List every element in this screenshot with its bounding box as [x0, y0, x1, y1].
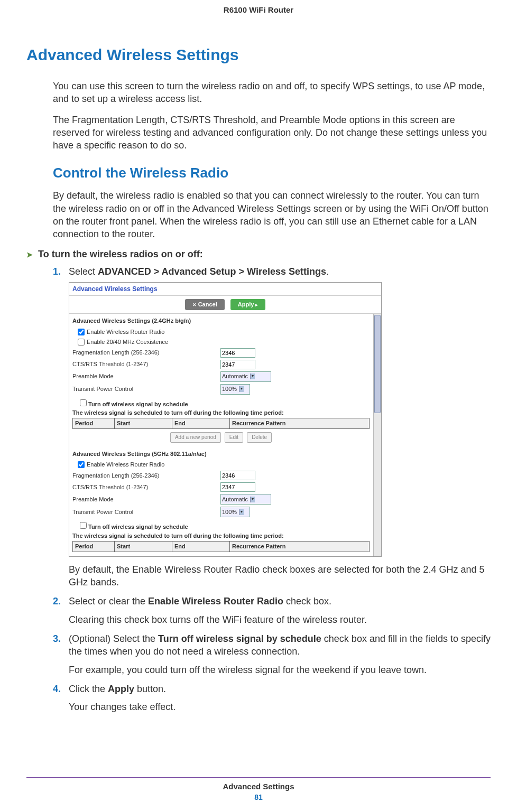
screenshot-advanced-wireless: Advanced Wireless Settings Cancel Apply …: [69, 282, 382, 557]
procedure-title: To turn the wireless radios on or off:: [38, 249, 203, 260]
page-title: Advanced Wireless Settings: [26, 46, 491, 64]
step-3-text-pre: (Optional) Select the: [69, 633, 158, 644]
enable-coex-label: Enable 20/40 MHz Coexistence: [87, 338, 168, 346]
step-4-text-bold: Apply: [108, 684, 134, 694]
th-end: End: [172, 418, 230, 429]
cts-5-input[interactable]: [220, 482, 255, 492]
step-2: 2. Select or clear the Enable Wireless R…: [53, 595, 491, 626]
schedule-5-note: The wireless signal is scheduled to turn…: [72, 532, 370, 540]
th-end: End: [172, 541, 230, 552]
preamble-24-select[interactable]: Automatic▾: [220, 371, 271, 382]
th-recurrence: Recurrence Pattern: [230, 541, 370, 552]
th-period: Period: [73, 541, 115, 552]
edit-button[interactable]: Edit: [225, 432, 243, 443]
delete-button[interactable]: Delete: [247, 432, 272, 443]
step-number: 3.: [53, 632, 61, 645]
th-period: Period: [73, 418, 115, 429]
procedure-heading: ➤ To turn the wireless radios on or off:: [26, 249, 491, 260]
schedule-24-label: Turn off wireless signal by schedule: [88, 401, 188, 407]
enable-radio-24-label: Enable Wireless Router Radio: [87, 328, 164, 336]
footer-page-number: 81: [26, 793, 491, 801]
cts-24-input[interactable]: [220, 360, 255, 369]
step-1-note: By default, the Enable Wireless Router R…: [69, 563, 491, 589]
ss-section-24ghz: Advanced Wireless Settings (2.4GHz b/g/n…: [72, 314, 370, 327]
frag-5-label: Fragmentation Length (256-2346): [72, 472, 220, 480]
th-start: Start: [115, 418, 172, 429]
cts-5-label: CTS/RTS Threshold (1-2347): [72, 483, 220, 491]
preamble-5-label: Preamble Mode: [72, 496, 220, 503]
preamble-5-select[interactable]: Automatic▾: [220, 494, 271, 505]
ss-window-title: Advanced Wireless Settings: [69, 283, 381, 296]
schedule-24-note: The wireless signal is scheduled to turn…: [72, 409, 370, 417]
step-number: 1.: [53, 265, 61, 278]
th-start: Start: [115, 541, 172, 552]
txpower-5-select[interactable]: 100%▾: [220, 507, 250, 517]
step-1-text-post: .: [326, 266, 329, 277]
schedule-24-checkbox[interactable]: [80, 399, 87, 406]
frag-24-input[interactable]: [220, 348, 255, 358]
preamble-24-label: Preamble Mode: [72, 372, 220, 380]
schedule-5-checkbox[interactable]: [80, 522, 87, 529]
step-1: 1. Select ADVANCED > Advanced Setup > Wi…: [53, 265, 491, 589]
arrow-icon: ➤: [26, 250, 33, 259]
enable-radio-5-label: Enable Wireless Router Radio: [87, 461, 164, 469]
scrollbar[interactable]: [373, 314, 381, 556]
step-1-text-pre: Select: [69, 266, 98, 277]
intro-paragraph-2: The Fragmentation Length, CTS/RTS Thresh…: [53, 114, 491, 152]
th-recurrence: Recurrence Pattern: [230, 418, 370, 429]
step-3-text-bold: Turn off wireless signal by schedule: [158, 633, 321, 644]
enable-coex-checkbox[interactable]: [78, 339, 85, 346]
chevron-down-icon: ▾: [250, 497, 255, 502]
step-1-text-bold: ADVANCED > Advanced Setup > Wireless Set…: [98, 266, 326, 277]
page-footer: Advanced Settings 81: [26, 777, 491, 801]
step-3: 3. (Optional) Select the Turn off wirele…: [53, 632, 491, 676]
step-4-text-post: button.: [134, 684, 166, 694]
add-period-button[interactable]: Add a new period: [170, 432, 221, 443]
step-4-note: Your changes take effect.: [69, 701, 491, 713]
radio-intro: By default, the wireless radio is enable…: [53, 189, 491, 240]
footer-section-name: Advanced Settings: [26, 782, 491, 791]
schedule-24-table: Period Start End Recurrence Pattern: [72, 418, 370, 429]
chevron-down-icon: ▾: [250, 374, 255, 379]
txpower-5-label: Transmit Power Control: [72, 508, 220, 516]
enable-radio-24-checkbox[interactable]: [78, 329, 85, 335]
step-number: 2.: [53, 595, 61, 608]
section-heading: Control the Wireless Radio: [53, 165, 491, 181]
intro-paragraph-1: You can use this screen to turn the wire…: [53, 80, 491, 106]
step-number: 4.: [53, 683, 61, 695]
txpower-24-label: Transmit Power Control: [72, 385, 220, 393]
chevron-down-icon: ▾: [239, 509, 244, 515]
step-4: 4. Click the Apply button. Your changes …: [53, 683, 491, 714]
cancel-button[interactable]: Cancel: [185, 299, 225, 310]
frag-5-input[interactable]: [220, 471, 255, 480]
schedule-5-table: Period Start End Recurrence Pattern: [72, 541, 370, 552]
step-2-text-bold: Enable Wireless Router Radio: [148, 596, 283, 606]
frag-24-label: Fragmentation Length (256-2346): [72, 349, 220, 357]
schedule-5-label: Turn off wireless signal by schedule: [88, 524, 188, 530]
apply-button[interactable]: Apply: [230, 299, 265, 310]
step-3-note: For example, you could turn off the wire…: [69, 664, 491, 676]
ss-section-5ghz: Advanced Wireless Settings (5GHz 802.11a…: [72, 447, 370, 460]
chevron-down-icon: ▾: [239, 386, 244, 392]
step-2-text-post: check box.: [283, 596, 331, 606]
txpower-24-select[interactable]: 100%▾: [220, 384, 250, 395]
cts-24-label: CTS/RTS Threshold (1-2347): [72, 360, 220, 368]
step-2-note: Clearing this check box turns off the Wi…: [69, 613, 491, 626]
enable-radio-5-checkbox[interactable]: [78, 461, 85, 468]
step-4-text-pre: Click the: [69, 684, 108, 694]
step-2-text-pre: Select or clear the: [69, 596, 148, 606]
page-header: R6100 WiFi Router: [26, 5, 491, 14]
